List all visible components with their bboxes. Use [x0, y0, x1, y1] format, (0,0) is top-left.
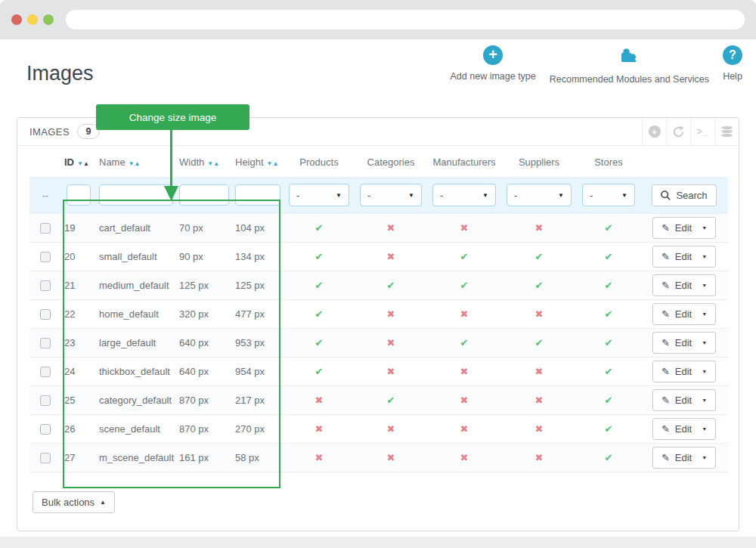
- table-row: 26 scene_default 870 px 270 px ✖ ✖ ✖ ✖ ✔…: [29, 415, 728, 444]
- column-header-products: Products: [284, 146, 355, 177]
- sort-desc-icon[interactable]: ▼: [129, 160, 135, 167]
- action-label: Add new image type: [451, 71, 536, 82]
- cross-icon: ✖: [387, 452, 395, 463]
- cross-icon: ✖: [535, 308, 544, 320]
- row-height: 477 px: [232, 300, 284, 329]
- sort-asc-icon[interactable]: ▲: [135, 160, 141, 167]
- edit-button[interactable]: ✎ Edit ▼: [652, 418, 716, 440]
- categories-filter-select[interactable]: -▼: [360, 184, 422, 206]
- row-checkbox[interactable]: [40, 309, 51, 320]
- manufacturers-filter-select[interactable]: -▼: [432, 184, 496, 206]
- maximize-window-icon[interactable]: [43, 14, 54, 25]
- bulk-actions-button[interactable]: Bulk actions ▲: [33, 491, 115, 513]
- cross-icon: ✖: [387, 337, 395, 348]
- pencil-icon: ✎: [662, 222, 670, 234]
- edit-button[interactable]: ✎ Edit ▼: [652, 246, 716, 268]
- height-filter-input[interactable]: [235, 184, 280, 206]
- action-label: Recommended Modules and Services: [550, 74, 709, 85]
- sort-desc-icon[interactable]: ▼: [207, 160, 213, 167]
- table-row: 24 thickbox_default 640 px 954 px ✔ ✖ ✖ …: [29, 358, 728, 386]
- cross-icon: ✖: [460, 308, 469, 320]
- column-header-id[interactable]: ID▼▲: [61, 146, 96, 177]
- edit-button[interactable]: ✎ Edit ▼: [652, 303, 716, 325]
- products-filter-select[interactable]: -▼: [289, 184, 349, 206]
- check-icon: ✔: [387, 395, 395, 406]
- row-checkbox[interactable]: [40, 395, 51, 406]
- edit-button[interactable]: ✎ Edit ▼: [652, 217, 716, 239]
- row-checkbox[interactable]: [40, 252, 51, 262]
- check-icon: ✔: [605, 251, 613, 262]
- id-filter-input[interactable]: [67, 184, 91, 206]
- name-filter-input[interactable]: [99, 184, 173, 206]
- row-width: 640 px: [176, 329, 232, 358]
- row-checkbox[interactable]: [40, 338, 51, 348]
- pencil-icon: ✎: [662, 308, 670, 320]
- row-name: m_scene_default: [96, 444, 176, 472]
- add-new-image-type-button[interactable]: + Add new image type: [451, 45, 536, 82]
- cross-icon: ✖: [460, 395, 469, 406]
- edit-button[interactable]: ✎ Edit ▼: [652, 389, 716, 411]
- width-filter-input[interactable]: [179, 184, 229, 206]
- cross-icon: ✖: [387, 366, 395, 377]
- suppliers-filter-select[interactable]: -▼: [507, 184, 572, 206]
- pencil-icon: ✎: [662, 452, 670, 463]
- column-header-stores: Stores: [577, 146, 640, 177]
- column-header-row: ID▼▲ Name▼▲ Width▼▲ Height▼▲ Products Ca…: [29, 146, 728, 177]
- table-row: 21 medium_default 125 px 125 px ✔ ✔ ✔ ✔ …: [29, 271, 728, 300]
- add-icon[interactable]: +: [642, 118, 666, 145]
- row-checkbox[interactable]: [40, 280, 51, 291]
- row-width: 70 px: [176, 214, 232, 243]
- row-checkbox[interactable]: [40, 367, 51, 377]
- sort-asc-icon[interactable]: ▲: [83, 160, 89, 167]
- terminal-icon[interactable]: >_: [690, 118, 714, 145]
- address-bar[interactable]: [66, 10, 745, 29]
- sort-asc-icon[interactable]: ▲: [213, 160, 219, 167]
- check-icon: ✔: [460, 280, 469, 291]
- row-id: 21: [61, 271, 96, 300]
- minimize-window-icon[interactable]: [27, 14, 38, 25]
- check-icon: ✔: [605, 222, 613, 234]
- cross-icon: ✖: [535, 222, 544, 234]
- column-header-height[interactable]: Height▼▲: [232, 146, 284, 177]
- row-name: category_default: [96, 386, 176, 415]
- close-window-icon[interactable]: [11, 14, 22, 25]
- caret-down-icon: ▼: [336, 192, 342, 199]
- column-header-width[interactable]: Width▼▲: [176, 146, 232, 177]
- column-header-name[interactable]: Name▼▲: [96, 146, 176, 177]
- column-header-manufacturers: Manufacturers: [427, 146, 501, 177]
- add-circle-icon: +: [483, 45, 503, 65]
- recommended-modules-button[interactable]: Recommended Modules and Services: [550, 45, 709, 85]
- cross-icon: ✖: [535, 395, 544, 406]
- row-checkbox[interactable]: [40, 424, 51, 435]
- search-button[interactable]: Search: [652, 184, 716, 206]
- row-width: 125 px: [176, 271, 232, 300]
- database-icon[interactable]: [714, 118, 739, 145]
- caret-down-icon: ▼: [621, 192, 627, 199]
- stores-filter-select[interactable]: -▼: [582, 184, 635, 206]
- check-icon: ✔: [460, 337, 469, 348]
- row-name: cart_default: [96, 214, 176, 243]
- sort-desc-icon[interactable]: ▼: [77, 160, 83, 167]
- edit-button[interactable]: ✎ Edit ▼: [652, 332, 716, 354]
- sort-desc-icon[interactable]: ▼: [267, 160, 273, 167]
- edit-button[interactable]: ✎ Edit ▼: [652, 274, 716, 296]
- sort-asc-icon[interactable]: ▲: [273, 160, 279, 167]
- check-icon: ✔: [315, 337, 324, 348]
- row-checkbox[interactable]: [40, 453, 51, 463]
- cross-icon: ✖: [460, 366, 469, 377]
- column-header-actions: [640, 146, 728, 177]
- cross-icon: ✖: [460, 222, 469, 234]
- edit-button[interactable]: ✎ Edit ▼: [652, 361, 716, 382]
- row-name: thickbox_default: [96, 358, 176, 386]
- row-checkbox[interactable]: [40, 223, 51, 234]
- edit-button[interactable]: ✎ Edit ▼: [652, 447, 716, 469]
- select-all-placeholder: --: [29, 177, 61, 214]
- row-id: 20: [61, 243, 96, 271]
- check-icon: ✔: [535, 337, 544, 348]
- help-button[interactable]: ? Help: [723, 45, 742, 82]
- refresh-icon[interactable]: [666, 118, 690, 145]
- row-width: 90 px: [176, 243, 232, 271]
- row-width: 640 px: [176, 358, 232, 386]
- row-width: 870 px: [176, 415, 232, 444]
- check-icon: ✔: [605, 366, 613, 377]
